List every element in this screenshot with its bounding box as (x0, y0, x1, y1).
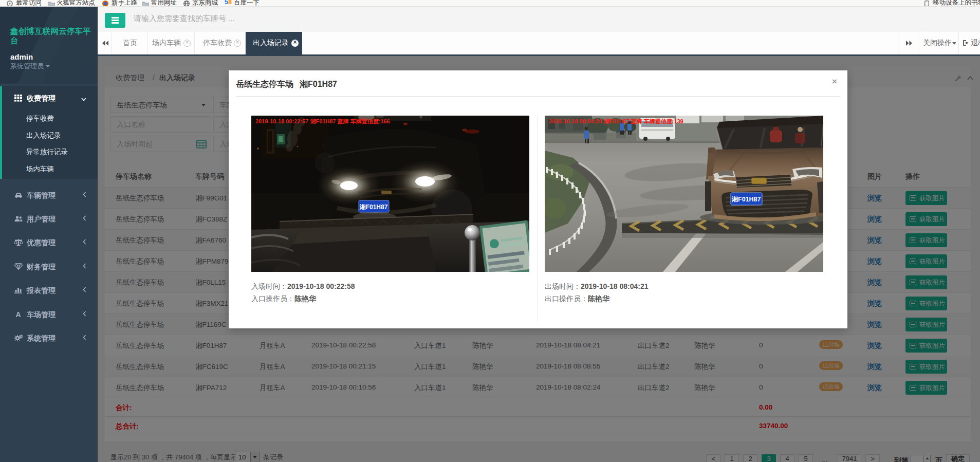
svg-text:2019-10-18 08:04:20 湘F01H87 蓝牌: 2019-10-18 08:04:20 湘F01H87 蓝牌 车牌置信度:139 (549, 118, 683, 124)
svg-text:2019-10-18 00:22:57 湘F01H87 蓝牌: 2019-10-18 00:22:57 湘F01H87 蓝牌 车牌置信度:166 (255, 118, 390, 124)
svg-text:湘F01H87: 湘F01H87 (731, 196, 761, 203)
svg-text:湘F01H87: 湘F01H87 (359, 204, 388, 211)
svg-text:A: A (15, 311, 21, 318)
